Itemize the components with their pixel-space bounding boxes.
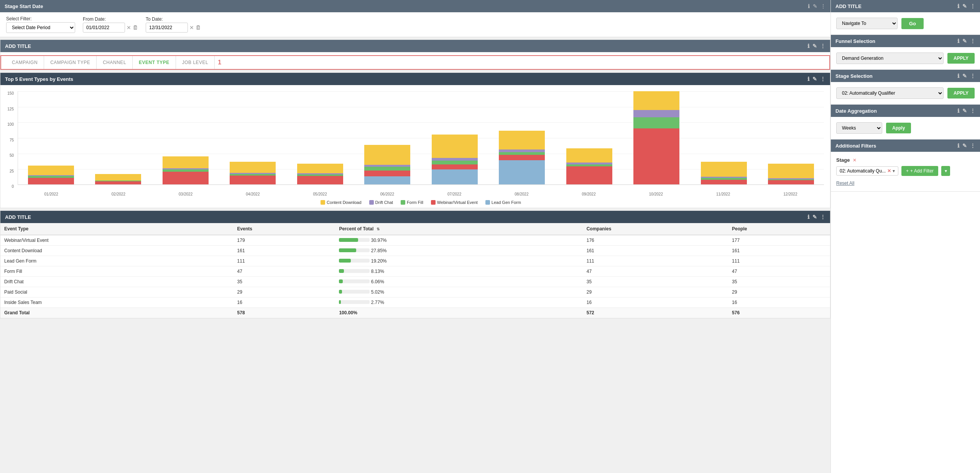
cell-percent: 6.06% xyxy=(335,277,582,287)
x-axis-label: 12/2022 xyxy=(783,192,797,196)
bar-segment xyxy=(633,110,679,117)
info-icon[interactable]: ℹ xyxy=(808,3,810,9)
cell-event-type: Content Download xyxy=(0,246,233,256)
date-period-select[interactable]: Select Date Period xyxy=(6,22,75,33)
chart-edit-icon[interactable]: ✎ xyxy=(812,76,817,82)
cell-companies: 16 xyxy=(583,297,728,308)
funnel-edit-icon[interactable]: ✎ xyxy=(962,38,967,44)
cell-events: 161 xyxy=(233,246,335,256)
bar-segment xyxy=(364,176,410,184)
chart-section-header: Top 5 Event Types by Events ℹ ✎ ⋮ xyxy=(0,73,830,85)
bar-segment xyxy=(768,164,814,178)
to-date-input[interactable] xyxy=(146,23,188,33)
tab-campaign[interactable]: CAMPAIGN xyxy=(6,56,44,69)
bar-group-11 xyxy=(758,91,824,184)
bar-chart xyxy=(18,91,824,185)
chart-info-icon[interactable]: ℹ xyxy=(807,76,809,82)
bar-group-10 xyxy=(691,91,757,184)
date-agg-select[interactable]: Weeks xyxy=(836,122,882,134)
edit-icon-2[interactable]: ✎ xyxy=(812,43,817,49)
table-info-icon[interactable]: ℹ xyxy=(807,214,809,220)
progress-bar xyxy=(339,248,370,252)
cell-people: 29 xyxy=(728,287,830,297)
table-edit-icon[interactable]: ✎ xyxy=(812,214,817,220)
date-agg-info-icon[interactable]: ℹ xyxy=(957,108,959,114)
tab-campaign-type[interactable]: CAMPAIGN TYPE xyxy=(44,56,97,69)
to-date-clear-icon[interactable]: ✕ xyxy=(189,25,194,31)
stage-apply-button[interactable]: APPLY xyxy=(947,88,975,99)
bar-segment xyxy=(297,164,343,173)
navigate-to-select[interactable]: Navigate To xyxy=(836,18,898,29)
more-icon-2[interactable]: ⋮ xyxy=(820,43,825,49)
date-agg-edit-icon[interactable]: ✎ xyxy=(962,108,967,114)
stage-info-icon[interactable]: ℹ xyxy=(957,73,959,79)
bar-segment xyxy=(633,128,679,184)
from-date-input[interactable] xyxy=(83,23,125,33)
bar-segment xyxy=(499,152,545,155)
cell-companies: 176 xyxy=(583,235,728,246)
legend-dot xyxy=(485,200,490,205)
bar-segment xyxy=(163,156,209,168)
col-people: People xyxy=(728,223,830,235)
from-date-calendar-icon[interactable]: 🗓 xyxy=(133,25,138,31)
legend-label: Drift Chat xyxy=(375,200,393,205)
stage-select[interactable]: 02: Automatically Qualifier xyxy=(836,87,944,99)
bar-segment xyxy=(566,166,612,184)
cell-people: 576 xyxy=(728,308,830,318)
progress-bar-fill xyxy=(339,300,341,304)
date-agg-more-icon[interactable]: ⋮ xyxy=(970,108,975,114)
cell-people: 16 xyxy=(728,297,830,308)
x-axis: 01/202202/202203/202204/202205/202206/20… xyxy=(18,192,824,196)
tab-job-level[interactable]: JOB LEVEL xyxy=(176,56,215,69)
reset-all-link[interactable]: Reset All xyxy=(836,181,975,186)
funnel-info-icon[interactable]: ℹ xyxy=(957,38,959,44)
chart-area: 150 125 100 75 50 25 0 01/202202/2 xyxy=(0,85,830,208)
tab-event-type[interactable]: EVENT TYPE xyxy=(133,56,176,69)
table-row: Webinar/Virtual Event 179 30.97% 176 177 xyxy=(0,235,830,246)
x-axis-label: 04/2022 xyxy=(246,192,260,196)
right-edit-icon[interactable]: ✎ xyxy=(962,3,967,9)
info-icon-2[interactable]: ℹ xyxy=(807,43,809,49)
filters-more-icon[interactable]: ⋮ xyxy=(970,143,975,149)
bar-segment xyxy=(701,162,747,177)
stage-filter-tag-remove-icon[interactable]: ✕ xyxy=(887,168,891,174)
from-date-clear-icon[interactable]: ✕ xyxy=(127,25,131,31)
add-filter-plus-icon: + xyxy=(906,168,909,174)
legend-dot xyxy=(431,200,436,205)
funnel-select[interactable]: Demand Generation xyxy=(836,53,944,64)
edit-icon[interactable]: ✎ xyxy=(813,3,817,9)
stage-filter-chevron-icon[interactable]: ▾ xyxy=(893,168,895,174)
bar-group-5 xyxy=(355,91,421,184)
filters-info-icon[interactable]: ℹ xyxy=(957,143,959,149)
x-axis-label: 08/2022 xyxy=(515,192,528,196)
stage-more-icon[interactable]: ⋮ xyxy=(970,73,975,79)
funnel-apply-button[interactable]: APPLY xyxy=(947,53,975,64)
table-row: Content Download 161 27.85% 161 161 xyxy=(0,246,830,256)
progress-bar-fill xyxy=(339,248,356,252)
right-more-icon[interactable]: ⋮ xyxy=(970,3,975,9)
stage-filter-remove-icon[interactable]: ✕ xyxy=(853,158,857,163)
filters-edit-icon[interactable]: ✎ xyxy=(962,143,967,149)
add-filter-button[interactable]: + + Add Filter xyxy=(901,166,938,176)
chart-more-icon[interactable]: ⋮ xyxy=(820,76,825,82)
bar-segment xyxy=(566,148,612,163)
table-more-icon[interactable]: ⋮ xyxy=(820,214,825,220)
tab-channel[interactable]: CHANNEL xyxy=(97,56,133,69)
stage-edit-icon[interactable]: ✎ xyxy=(962,73,967,79)
funnel-section: Funnel Selection ℹ ✎ ⋮ Demand Generation… xyxy=(831,35,980,70)
more-icon[interactable]: ⋮ xyxy=(821,3,826,9)
funnel-more-icon[interactable]: ⋮ xyxy=(970,38,975,44)
additional-filters-label: Additional Filters xyxy=(835,143,876,149)
right-info-icon[interactable]: ℹ xyxy=(957,3,959,9)
date-agg-apply-button[interactable]: Apply xyxy=(886,123,911,133)
progress-bar xyxy=(339,238,370,242)
cell-people: 35 xyxy=(728,277,830,287)
bar-group-3 xyxy=(220,91,286,184)
go-button[interactable]: Go xyxy=(901,18,924,29)
tab-bar: CAMPAIGN CAMPAIGN TYPE CHANNEL EVENT TYP… xyxy=(0,55,830,70)
to-date-calendar-icon[interactable]: 🗓 xyxy=(196,25,201,31)
cell-event-type: Webinar/Virtual Event xyxy=(0,235,233,246)
add-filter-dropdown-button[interactable]: ▾ xyxy=(941,166,950,176)
x-axis-label: 06/2022 xyxy=(380,192,394,196)
bar-segment xyxy=(432,164,478,169)
